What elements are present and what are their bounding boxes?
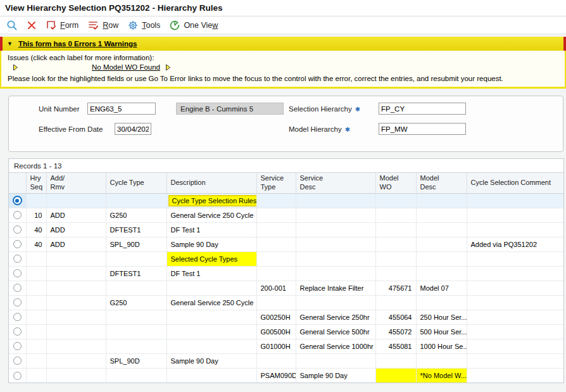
- cell-model_desc: [416, 295, 467, 310]
- search-button[interactable]: [6, 20, 18, 31]
- row-select-radio[interactable]: [9, 324, 26, 339]
- cell-description: General Service 250 Cycle: [167, 295, 256, 310]
- table-row[interactable]: 40ADDSPL_90DSample 90 DayAdded via PQ351…: [9, 237, 563, 251]
- table-row[interactable]: Cycle Type Selection Rules: [9, 193, 563, 208]
- close-icon: [27, 20, 37, 30]
- one-view-menu-button[interactable]: One View: [169, 20, 218, 31]
- warning-summary-link[interactable]: This form has 0 Errors 1 Warnings: [18, 40, 137, 47]
- column-header-add_rmv[interactable]: Add/ Rmv: [46, 173, 106, 193]
- cell-model_wo: 455081: [375, 339, 416, 353]
- table-row[interactable]: PSAM090DSample 90 Day*No Model W...: [9, 368, 563, 383]
- cell-seq: [26, 281, 46, 295]
- radio-unselected-icon: [13, 342, 22, 350]
- one-view-menu-label: One View: [184, 21, 218, 30]
- cell-model_wo: 475671: [375, 281, 416, 295]
- cell-add_rmv: ADD: [46, 237, 106, 251]
- cell-model_desc: *No Model W...: [416, 368, 467, 383]
- cell-comment: [467, 193, 563, 208]
- row-select-radio[interactable]: [9, 251, 26, 266]
- cell-cycle_type: [106, 324, 167, 339]
- column-header-model_wo[interactable]: Model WO: [375, 173, 416, 193]
- table-row[interactable]: G00250HGeneral Service 250hr455064250 Ho…: [9, 310, 563, 324]
- cell-seq: [26, 295, 46, 310]
- column-header-service_desc[interactable]: Service Desc: [296, 173, 375, 193]
- cell-model_desc: [416, 266, 467, 281]
- selection-hierarchy-field[interactable]: [379, 103, 466, 115]
- table-row[interactable]: 10ADDG250General Service 250 Cycle: [9, 208, 563, 222]
- required-asterisk-icon: ✱: [345, 126, 350, 133]
- cell-cycle_type: DFTEST1: [106, 222, 167, 237]
- unit-description-field: Engine B - Cummins 5: [176, 103, 284, 115]
- cell-add_rmv: [46, 310, 106, 324]
- effective-from-date-label: Effective From Date: [39, 125, 103, 133]
- table-row[interactable]: Selected Cycle Types: [9, 251, 563, 266]
- cell-model_desc: 1000 Hour Se...: [416, 339, 467, 353]
- row-select-radio[interactable]: [9, 368, 26, 383]
- collapse-warnings-icon[interactable]: ▼: [7, 41, 13, 47]
- cell-add_rmv: [46, 324, 106, 339]
- row-select-column-header: [9, 173, 26, 193]
- column-header-model_desc[interactable]: Model Desc: [416, 173, 467, 193]
- table-row[interactable]: G250General Service 250 Cycle: [9, 295, 563, 310]
- tools-menu-label: Tools: [142, 21, 160, 30]
- row-select-radio[interactable]: [9, 281, 26, 295]
- row-select-radio[interactable]: [9, 193, 26, 208]
- table-row[interactable]: G00500HGeneral Service 500hr455072500 Ho…: [9, 324, 563, 339]
- row-select-radio[interactable]: [9, 339, 26, 353]
- column-header-description[interactable]: Description: [167, 173, 256, 193]
- issues-heading: Issues (click each label for more inform…: [8, 54, 558, 61]
- column-header-comment[interactable]: Cycle Selection Comment: [467, 173, 563, 193]
- cell-comment: [467, 208, 563, 222]
- next-issue-icon[interactable]: [165, 64, 171, 71]
- effective-from-date-field[interactable]: [115, 123, 151, 135]
- cell-description: Sample 90 Day: [167, 353, 256, 368]
- cell-service_type: 200-001: [256, 281, 296, 295]
- table-row[interactable]: 200-001Replace Intake Filter475671Model …: [9, 281, 563, 295]
- unit-number-label: Unit Number: [39, 105, 80, 113]
- row-select-radio[interactable]: [9, 310, 26, 324]
- unit-number-field[interactable]: [87, 103, 156, 115]
- tools-menu-button[interactable]: Tools: [127, 20, 160, 31]
- column-header-service_type[interactable]: Service Type: [256, 173, 296, 193]
- required-asterisk-icon: ✱: [355, 106, 360, 113]
- row-select-radio[interactable]: [9, 353, 26, 368]
- column-header-seq[interactable]: Hry Seq: [26, 173, 46, 193]
- cell-description: [167, 368, 256, 383]
- cell-model_desc: [416, 353, 467, 368]
- radio-unselected-icon: [13, 240, 22, 248]
- form-menu-button[interactable]: Form: [46, 20, 79, 30]
- row-check-icon: [87, 20, 99, 30]
- cell-seq: 40: [26, 237, 46, 251]
- close-button[interactable]: [27, 20, 37, 30]
- table-row[interactable]: 40ADDDFTEST1DF Test 1: [9, 222, 563, 237]
- cell-add_rmv: ADD: [46, 208, 106, 222]
- cell-cycle_type: [106, 281, 167, 295]
- radio-selected-icon: [13, 196, 22, 205]
- model-hierarchy-field[interactable]: [379, 123, 466, 135]
- model-hierarchy-label: Model Hierarchy✱: [289, 125, 350, 133]
- table-row[interactable]: G01000HGeneral Service 1000hr4550811000 …: [9, 339, 563, 353]
- cell-model_wo: [375, 295, 416, 310]
- table-row[interactable]: SPL_90DSample 90 Day: [9, 353, 563, 368]
- window-title-bar: View Hierarchy Selection PQ351202 - Hier…: [0, 0, 566, 16]
- table-row[interactable]: DFTEST1DF Test 1: [9, 266, 563, 281]
- row-menu-button[interactable]: Row: [87, 20, 118, 30]
- cell-comment: [467, 266, 563, 281]
- row-select-radio[interactable]: [9, 266, 26, 281]
- row-select-radio[interactable]: [9, 222, 26, 237]
- row-select-radio[interactable]: [9, 208, 26, 222]
- header-fields-panel: Unit Number Engine B - Cummins 5 Selecti…: [8, 96, 563, 152]
- issue-link-no-model-wo-found[interactable]: No Model WO Found: [92, 63, 160, 71]
- cell-service_desc: [296, 353, 375, 368]
- radio-unselected-icon: [13, 327, 22, 336]
- toolbar: Form Row Tools One View: [0, 16, 566, 34]
- row-select-radio[interactable]: [9, 237, 26, 251]
- column-header-cycle_type[interactable]: Cycle Type: [106, 173, 167, 193]
- cell-seq: [26, 310, 46, 324]
- previous-issue-icon[interactable]: [13, 64, 18, 71]
- cell-service_desc: [296, 251, 375, 266]
- cell-model_desc: [416, 222, 467, 237]
- row-select-radio[interactable]: [9, 295, 26, 310]
- cell-model_desc: [416, 193, 467, 208]
- warning-summary-bar[interactable]: ▼ This form has 0 Errors 1 Warnings: [0, 37, 566, 51]
